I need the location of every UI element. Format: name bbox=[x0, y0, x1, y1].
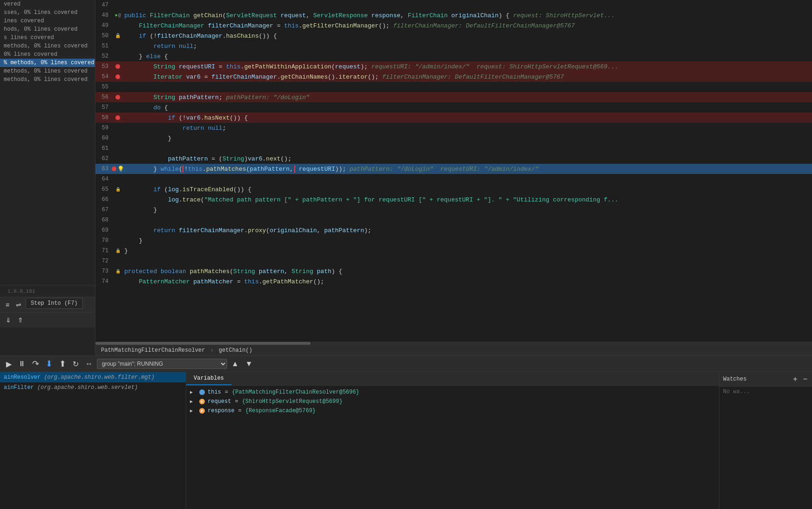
line-content-59: return null; bbox=[122, 125, 812, 132]
expand-arrow-response[interactable]: ▶ bbox=[190, 408, 196, 414]
line-content-48: public FilterChain getChain(ServletReque… bbox=[122, 12, 812, 19]
stack-frame-1[interactable]: ainFilter (org.apache.shiro.web.servlet) bbox=[0, 382, 186, 393]
sidebar-btn-2[interactable]: ⇌ bbox=[14, 300, 23, 309]
line-num-63: 63 bbox=[95, 166, 113, 172]
sidebar-item-6[interactable]: 0% lines covered bbox=[0, 50, 95, 59]
line-num-49: 49 bbox=[95, 22, 113, 29]
var-this[interactable]: ▶ this = {PathMatchingFilterChainResolve… bbox=[186, 388, 719, 397]
debug-btn-pause[interactable]: ⏸ bbox=[16, 359, 28, 369]
line-num-72: 72 bbox=[95, 258, 113, 264]
sidebar-item-3[interactable]: hods, 0% lines covered bbox=[0, 25, 95, 33]
code-line-51: 51 return null; bbox=[95, 41, 812, 51]
debug-down-btn[interactable]: ▼ bbox=[243, 359, 255, 369]
step-out-btn[interactable]: ⬆ bbox=[57, 358, 68, 370]
thread-select[interactable]: group "main": RUNNING bbox=[97, 359, 227, 369]
sidebar-item-5[interactable]: methods, 0% lines covered bbox=[0, 42, 95, 50]
line-num-71: 71 bbox=[95, 248, 113, 254]
line-num-65: 65 bbox=[95, 186, 113, 193]
expand-arrow-request[interactable]: ▶ bbox=[190, 399, 196, 404]
code-line-49: 49 FilterChainManager filterChainManager… bbox=[95, 20, 812, 31]
code-line-62: 62 pathPattern = (String)var6.next(); bbox=[95, 154, 812, 164]
sidebar-item-9[interactable]: methods, 0% lines covered bbox=[0, 75, 95, 84]
var-name-request: request bbox=[208, 398, 231, 405]
line-content-70: } bbox=[122, 237, 812, 244]
sidebar-toolbar: ≡ ⇌ ⚙ — bbox=[0, 297, 95, 312]
line-content-73: protected boolean pathMatches(String pat… bbox=[122, 268, 812, 275]
horizontal-scrollbar[interactable] bbox=[95, 342, 812, 345]
code-line-61: 61 bbox=[95, 143, 812, 154]
gutter-58 bbox=[113, 115, 122, 120]
line-content-56: String pathPattern; pathPattern: "/doLog… bbox=[122, 94, 812, 101]
var-eq-request: = bbox=[235, 398, 238, 405]
sidebar-btn-1[interactable]: ≡ bbox=[4, 300, 11, 309]
sidebar-btn-6[interactable]: ⇑ bbox=[16, 315, 25, 325]
watches-title: Watches bbox=[723, 376, 788, 382]
line-content-51: return null; bbox=[122, 43, 812, 50]
sidebar-btn-4[interactable]: — bbox=[39, 300, 49, 309]
code-line-48: 48 ● @ public FilterChain getChain(Servl… bbox=[95, 10, 812, 20]
line-content-69: return filterChainManager.proxy(original… bbox=[122, 227, 812, 234]
var-icon-this bbox=[199, 389, 205, 395]
line-content-53: String requestURI = this.getPathWithinAp… bbox=[122, 63, 812, 70]
line-num-66: 66 bbox=[95, 196, 113, 203]
line-content-63: } while(!this.pathMatches(pathPattern, r… bbox=[122, 166, 812, 173]
sidebar-item-7[interactable]: % methods, 0% lines covered bbox=[0, 59, 95, 67]
evaluate-btn[interactable]: ↔ bbox=[83, 359, 95, 369]
line-num-74: 74 bbox=[95, 278, 113, 285]
code-line-56: 56 String pathPattern; pathPattern: "/do… bbox=[95, 92, 812, 102]
code-lines: 47 48 ● @ public FilterChain getChain(Se… bbox=[95, 0, 812, 342]
code-line-54: 54 Iterator var6 = filterChainManager.ge… bbox=[95, 72, 812, 82]
var-eq-response: = bbox=[238, 408, 242, 414]
line-num-58: 58 bbox=[95, 114, 113, 121]
sidebar-item-2[interactable]: ines covered bbox=[0, 17, 95, 25]
watches-header: Watches + − bbox=[719, 372, 812, 387]
var-name-response: response bbox=[208, 408, 235, 414]
step-over-btn[interactable]: ↷ bbox=[30, 358, 41, 370]
line-content-57: do { bbox=[122, 104, 812, 111]
scrollbar-thumb[interactable] bbox=[95, 342, 311, 345]
line-num-55: 55 bbox=[95, 84, 113, 90]
breadcrumb-separator: › bbox=[210, 347, 213, 354]
sidebar-item-1[interactable]: sses, 0% lines covered bbox=[0, 8, 95, 17]
line-content-49: FilterChainManager filterChainManager = … bbox=[122, 22, 812, 29]
var-request[interactable]: ▶ P request = {ShiroHttpServletRequest@5… bbox=[186, 397, 719, 406]
expand-arrow-this[interactable]: ▶ bbox=[190, 389, 196, 395]
line-num-73: 73 bbox=[95, 268, 113, 275]
watches-remove-btn[interactable]: − bbox=[802, 375, 808, 383]
sidebar-item-8[interactable]: methods, 0% lines covered bbox=[0, 67, 95, 75]
watches-add-btn[interactable]: + bbox=[792, 375, 798, 383]
gutter-53 bbox=[113, 64, 122, 69]
sidebar-btn-3[interactable]: ⚙ bbox=[26, 300, 36, 309]
sidebar-item-4[interactable]: s lines covered bbox=[0, 33, 95, 42]
line-content-65: if (log.isTraceEnabled()) { bbox=[122, 186, 812, 193]
code-line-58: 58 if (!var6.hasNext()) { bbox=[95, 113, 812, 123]
line-content-67: } bbox=[122, 207, 812, 214]
code-line-72: 72 bbox=[95, 256, 812, 266]
line-content-60: } bbox=[122, 135, 812, 142]
line-content-58: if (!var6.hasNext()) { bbox=[122, 114, 812, 121]
code-line-70: 70 } bbox=[95, 235, 812, 246]
debug-up-btn[interactable]: ▲ bbox=[229, 359, 241, 369]
variables-content: ▶ this = {PathMatchingFilterChainResolve… bbox=[186, 386, 719, 509]
var-name-this: this bbox=[208, 389, 221, 395]
debug-btn-resume[interactable]: ▶ bbox=[4, 359, 14, 369]
line-num-47: 47 bbox=[95, 2, 113, 8]
version-label: 1.8.0_181 bbox=[4, 288, 91, 295]
line-num-67: 67 bbox=[95, 207, 113, 213]
stack-frame-0[interactable]: ainResolver (org.apache.shiro.web.filter… bbox=[0, 372, 186, 382]
code-line-50: 50 🔒 if (!filterChainManager.hasChains()… bbox=[95, 31, 812, 41]
tab-variables[interactable]: Variables bbox=[186, 372, 231, 385]
code-line-66: 66 log.trace("Matched path pattern [" + … bbox=[95, 194, 812, 205]
run-to-cursor-btn[interactable]: ↻ bbox=[70, 359, 81, 369]
var-response[interactable]: ▶ P response = {ResponseFacade@5769} bbox=[186, 406, 719, 415]
breadcrumb: PathMatchingFilterChainResolver › getCha… bbox=[95, 345, 812, 355]
step-into-btn[interactable]: ⬇ bbox=[43, 358, 55, 370]
breadcrumb-method: getChain() bbox=[219, 347, 252, 354]
stack-package-1: (org.apache.shiro.web.servlet) bbox=[37, 384, 138, 391]
sidebar-btn-5[interactable]: ⇓ bbox=[4, 315, 13, 325]
left-sidebar: vered sses, 0% lines covered ines covere… bbox=[0, 0, 95, 355]
var-eq-this: = bbox=[225, 389, 228, 395]
gutter-73: 🔒 bbox=[113, 269, 122, 274]
sidebar-item-0[interactable]: vered bbox=[0, 0, 95, 8]
variables-panel: Variables ▶ this = {PathMatchingFilterCh… bbox=[186, 372, 719, 509]
